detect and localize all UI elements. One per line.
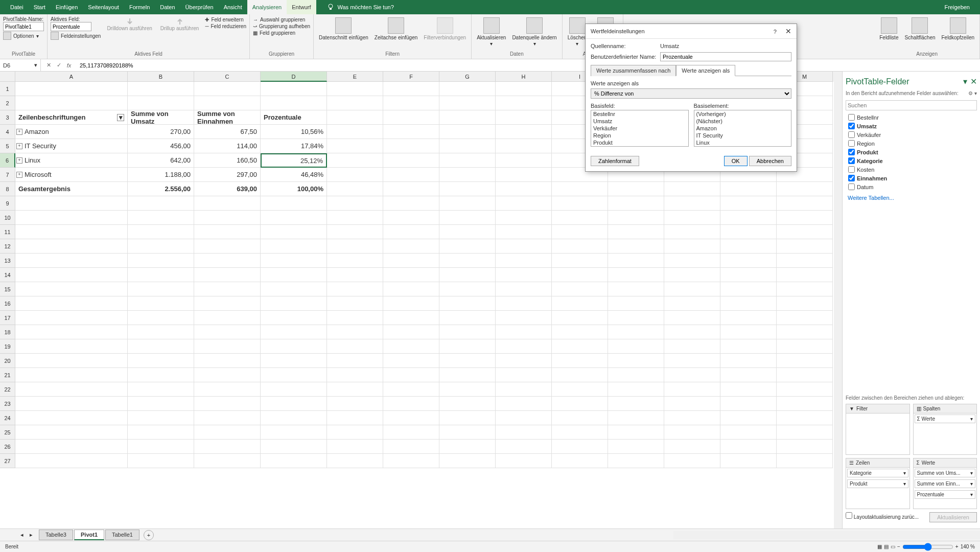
cell[interactable] bbox=[496, 168, 552, 182]
cell[interactable] bbox=[15, 96, 128, 110]
field-checkbox[interactable] bbox=[848, 140, 855, 147]
zoom-level[interactable]: 140 % bbox=[961, 544, 975, 549]
cell[interactable] bbox=[496, 368, 552, 382]
cell[interactable] bbox=[327, 225, 383, 239]
cell[interactable] bbox=[720, 354, 777, 368]
cell[interactable] bbox=[439, 110, 496, 125]
cell[interactable] bbox=[327, 96, 383, 110]
cell[interactable] bbox=[664, 254, 720, 268]
cell[interactable] bbox=[194, 354, 261, 368]
cancel-formula-icon[interactable]: ✕ bbox=[44, 61, 53, 70]
add-sheet-button[interactable]: + bbox=[144, 530, 154, 540]
cell[interactable] bbox=[720, 325, 777, 339]
cell[interactable] bbox=[327, 125, 383, 139]
tab-datei[interactable]: Datei bbox=[5, 0, 29, 14]
cell[interactable] bbox=[664, 211, 720, 225]
buttons-button[interactable]: Schaltflächen bbox=[902, 16, 937, 42]
row-header[interactable]: 24 bbox=[0, 411, 15, 425]
cell[interactable]: 297,00 bbox=[194, 168, 261, 182]
cell[interactable] bbox=[608, 268, 664, 282]
cell[interactable] bbox=[777, 354, 833, 368]
cell[interactable] bbox=[128, 454, 194, 468]
cell[interactable] bbox=[128, 254, 194, 268]
cell[interactable]: 642,00 bbox=[128, 153, 194, 168]
row-header[interactable]: 11 bbox=[0, 225, 15, 239]
cell[interactable] bbox=[327, 254, 383, 268]
cell[interactable] bbox=[608, 454, 664, 468]
rows-area-item[interactable]: Produkt▾ bbox=[847, 479, 908, 488]
cell[interactable] bbox=[496, 339, 552, 354]
filter-area[interactable]: ▼Filter bbox=[846, 404, 910, 455]
cell[interactable] bbox=[720, 296, 777, 311]
cell[interactable] bbox=[261, 440, 327, 454]
values-area-item[interactable]: Summe von Einn...▾ bbox=[915, 479, 976, 488]
cell[interactable] bbox=[383, 225, 439, 239]
cell[interactable] bbox=[664, 397, 720, 411]
cell[interactable] bbox=[383, 382, 439, 397]
cell[interactable] bbox=[608, 254, 664, 268]
values-area[interactable]: ΣWerte Summe von Ums...▾ Summe von Einn.… bbox=[913, 458, 977, 509]
row-header[interactable]: 21 bbox=[0, 368, 15, 382]
cell[interactable] bbox=[15, 254, 128, 268]
cell[interactable] bbox=[777, 382, 833, 397]
cell[interactable] bbox=[327, 425, 383, 440]
cell[interactable] bbox=[128, 411, 194, 425]
cell[interactable] bbox=[15, 440, 128, 454]
tab-seitenlayout[interactable]: Seitenlayout bbox=[83, 0, 124, 14]
cell[interactable] bbox=[720, 239, 777, 254]
cell[interactable] bbox=[552, 268, 608, 282]
cell[interactable] bbox=[15, 296, 128, 311]
zoom-in-icon[interactable]: + bbox=[955, 544, 959, 549]
cell[interactable] bbox=[327, 82, 383, 96]
cell[interactable] bbox=[439, 339, 496, 354]
column-header[interactable]: C bbox=[194, 72, 261, 82]
tab-show-values-as[interactable]: Werte anzeigen als bbox=[676, 65, 735, 76]
cell[interactable] bbox=[552, 211, 608, 225]
cell[interactable] bbox=[194, 254, 261, 268]
row-header[interactable]: 20 bbox=[0, 354, 15, 368]
cell[interactable] bbox=[552, 368, 608, 382]
cell[interactable]: 10,56% bbox=[261, 125, 327, 139]
baseitem-option[interactable]: (Nächster) bbox=[694, 118, 791, 125]
cell[interactable] bbox=[383, 354, 439, 368]
cell[interactable]: +Microsoft bbox=[15, 168, 128, 182]
cell[interactable]: +IT Security bbox=[15, 139, 128, 153]
cell[interactable] bbox=[608, 354, 664, 368]
row-header[interactable]: 16 bbox=[0, 296, 15, 311]
formula-input[interactable] bbox=[77, 62, 980, 68]
cell[interactable] bbox=[15, 368, 128, 382]
values-area-item[interactable]: Summe von Ums...▾ bbox=[915, 469, 976, 477]
cell[interactable] bbox=[128, 368, 194, 382]
cell[interactable] bbox=[128, 196, 194, 211]
close-icon[interactable]: ✕ bbox=[785, 27, 791, 35]
cell[interactable] bbox=[261, 397, 327, 411]
cell[interactable] bbox=[496, 196, 552, 211]
cell[interactable] bbox=[261, 268, 327, 282]
tab-ueberpruefen[interactable]: Überprüfen bbox=[180, 0, 219, 14]
cell[interactable]: 639,00 bbox=[194, 182, 261, 196]
cell[interactable] bbox=[720, 382, 777, 397]
cell[interactable] bbox=[128, 325, 194, 339]
cell[interactable] bbox=[327, 440, 383, 454]
row-header[interactable]: 23 bbox=[0, 397, 15, 411]
cell[interactable]: 100,00% bbox=[261, 182, 327, 196]
cell[interactable] bbox=[128, 311, 194, 325]
row-header[interactable]: 1 bbox=[0, 82, 15, 96]
baseitem-option[interactable]: (Vorheriger) bbox=[694, 110, 791, 118]
cell[interactable] bbox=[327, 239, 383, 254]
cell[interactable] bbox=[608, 397, 664, 411]
cell[interactable] bbox=[777, 425, 833, 440]
cell[interactable] bbox=[194, 96, 261, 110]
cell[interactable] bbox=[664, 339, 720, 354]
column-header[interactable]: D bbox=[261, 72, 327, 82]
cell[interactable] bbox=[496, 268, 552, 282]
field-item[interactable]: Verkäufer bbox=[846, 130, 976, 139]
sheet-nav-next-icon[interactable]: ▸ bbox=[30, 532, 33, 538]
field-checkbox[interactable] bbox=[848, 183, 855, 190]
cell[interactable] bbox=[439, 196, 496, 211]
cell[interactable] bbox=[777, 411, 833, 425]
columns-area[interactable]: ▥Spalten Σ Werte▾ bbox=[913, 404, 977, 455]
cell[interactable] bbox=[496, 311, 552, 325]
cell[interactable] bbox=[383, 339, 439, 354]
vertical-scrollbar[interactable] bbox=[834, 82, 842, 528]
